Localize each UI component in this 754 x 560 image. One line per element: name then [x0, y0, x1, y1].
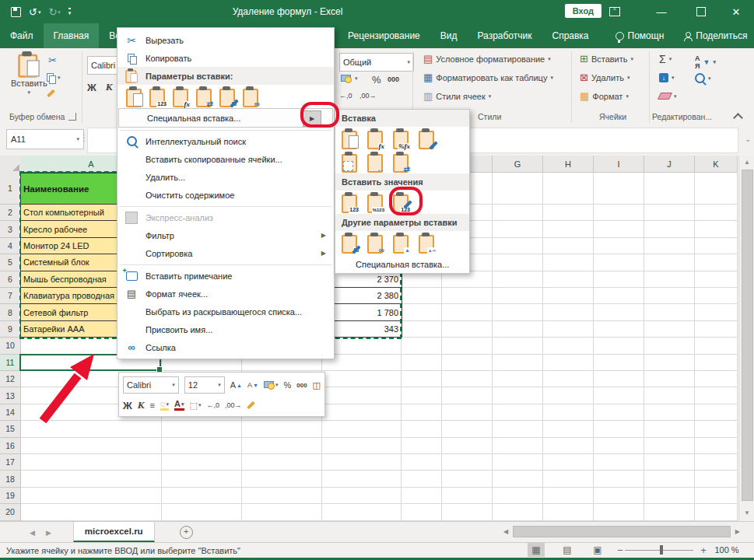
menu-item[interactable]: ▤Формат ячеек...	[117, 285, 334, 303]
menu-item[interactable]: Фильтр▶	[117, 226, 334, 244]
cut-button[interactable]: ✂	[48, 54, 57, 66]
row-header-18[interactable]: 18	[0, 471, 21, 487]
formatting-paste-icon[interactable]: %	[219, 86, 237, 107]
scroll-up-icon[interactable]: ▲	[739, 159, 754, 166]
submenu-picture-paste-icon[interactable]: ▲	[392, 233, 411, 254]
transpose-paste-icon[interactable]: ⇄	[195, 86, 214, 107]
menu-item[interactable]: Вставить примечание	[117, 267, 334, 285]
scroll-down-icon[interactable]: ▼	[739, 509, 754, 516]
align-icon[interactable]: ≡	[150, 401, 155, 410]
normal-view-icon[interactable]: ▦	[528, 543, 545, 557]
tab-home[interactable]: Главная	[44, 23, 100, 48]
share-button[interactable]: Поделиться	[674, 23, 754, 48]
row-header-11[interactable]: 11	[0, 355, 21, 371]
row-header-8[interactable]: 8	[0, 304, 21, 320]
delete-cells-button[interactable]: ⊠ Удалить▾	[580, 72, 630, 82]
formulas-paste-icon[interactable]: fx	[172, 86, 191, 107]
submenu-no-borders-paste-icon[interactable]	[341, 152, 359, 173]
select-all-corner[interactable]	[0, 156, 22, 173]
page-break-view-icon[interactable]: ▣	[589, 543, 606, 557]
row-header-9[interactable]: 9	[0, 321, 21, 338]
percent-style-button[interactable]: %	[372, 74, 381, 86]
menu-item[interactable]: Копировать	[117, 49, 334, 67]
bold-button[interactable]: Ж	[87, 82, 96, 93]
submenu-keep-formatting-paste-icon[interactable]	[418, 128, 437, 149]
row-header-1[interactable]: 1	[0, 173, 21, 205]
scroll-left-icon[interactable]: ◀	[500, 528, 511, 535]
horizontal-scrollbar[interactable]: ◀ ▶	[500, 525, 743, 538]
submenu-values-numfmt-paste-icon[interactable]: %123	[366, 192, 385, 213]
row-header-20[interactable]: 20	[0, 504, 21, 520]
menu-item[interactable]: Экспресс-анализ	[117, 208, 334, 226]
menu-item[interactable]: Интеллектуальный поиск	[117, 132, 334, 150]
row-header-12[interactable]: 12	[0, 371, 21, 387]
paste-button[interactable]: Вставить▾	[11, 51, 47, 96]
cell-styles-button[interactable]: ▥ Стили ячеек▾	[423, 91, 491, 101]
values-paste-icon[interactable]: 123	[149, 86, 167, 107]
format-painter-button[interactable]	[47, 92, 55, 95]
undo-icon[interactable]: ↺▾	[29, 7, 40, 17]
row-header-14[interactable]: 14	[0, 404, 21, 421]
decrease-decimal-button[interactable]: ,00→	[359, 92, 377, 100]
font-color-icon[interactable]: А▾	[174, 400, 184, 411]
menu-item[interactable]: Вставить скопированные ячейки...	[117, 150, 334, 168]
submenu-link-paste-icon[interactable]: ∞	[366, 233, 385, 254]
tab-разработчик[interactable]: Разработчик	[467, 23, 542, 48]
submenu-linked-picture-paste-icon[interactable]: ▲∞	[418, 233, 437, 254]
clear-button[interactable]: ▾	[659, 93, 677, 100]
tab-file[interactable]: Файл	[0, 23, 44, 48]
row-header-3[interactable]: 3	[0, 221, 21, 237]
add-sheet-icon[interactable]: +	[180, 526, 193, 539]
accounting-format-button[interactable]: ▾	[341, 74, 358, 83]
save-icon[interactable]	[11, 7, 21, 17]
vertical-scroll-thumb[interactable]	[742, 170, 753, 501]
collapse-ribbon-button[interactable]	[735, 114, 742, 123]
row-header-17[interactable]: 17	[0, 454, 21, 471]
maximize-button[interactable]	[688, 0, 714, 23]
conditional-formatting-button[interactable]: ▤ Условное форматирование▾	[423, 54, 551, 64]
submenu-paste-paste-icon[interactable]	[341, 128, 359, 149]
vertical-scrollbar[interactable]: ▲ ▼	[738, 156, 754, 521]
name-box[interactable]: A11▾	[6, 129, 84, 149]
mini-increase-decimal-icon[interactable]: ←,0	[206, 401, 219, 409]
page-layout-view-icon[interactable]: ▤	[559, 543, 576, 557]
percent-icon[interactable]: %	[283, 380, 291, 390]
comma-style-button[interactable]: 000	[388, 75, 399, 83]
tab-help-assistant[interactable]: Помощн	[605, 23, 675, 48]
menu-item[interactable]: Удалить...	[117, 168, 334, 186]
mini-format-painter-icon[interactable]	[247, 404, 255, 407]
sign-in-button[interactable]: Вход	[565, 4, 601, 18]
decrease-font-icon[interactable]: А▼	[247, 381, 258, 389]
submenu-formulas-paste-icon[interactable]: fx	[366, 128, 385, 149]
row-header-5[interactable]: 5	[0, 254, 21, 271]
menu-item[interactable]: Присвоить имя...	[117, 320, 334, 338]
zoom-slider-thumb[interactable]	[660, 545, 663, 555]
row-header-19[interactable]: 19	[0, 488, 21, 504]
row-header-13[interactable]: 13	[0, 387, 21, 404]
scroll-right-icon[interactable]: ▶	[732, 528, 743, 535]
tab-вид[interactable]: Вид	[430, 23, 468, 48]
autosum-button[interactable]: Σ▾	[659, 53, 672, 65]
tab-рецензирование[interactable]: Рецензирование	[338, 23, 430, 48]
paste-special-item[interactable]: Специальная вставка...	[335, 254, 469, 275]
comma-style-icon[interactable]: 000	[296, 382, 307, 389]
submenu-transpose-paste-icon[interactable]: ⇄	[392, 152, 411, 173]
increase-font-icon[interactable]: А▲	[230, 380, 242, 390]
sheet-tab-active[interactable]: microexcel.ru	[73, 522, 155, 543]
close-button[interactable]: ✕	[723, 0, 749, 23]
row-header-2[interactable]: 2	[0, 205, 21, 221]
format-button[interactable]: ▦ Формат▾	[580, 91, 629, 101]
next-sheet-icon[interactable]: ▶	[46, 529, 51, 537]
mini-decrease-decimal-icon[interactable]: ,00→	[225, 401, 242, 409]
submenu-keep-widths-paste-icon[interactable]: ↔	[366, 152, 385, 173]
menu-item[interactable]: ✂Вырезать	[117, 31, 334, 49]
column-header-G[interactable]: G	[493, 156, 543, 173]
prev-sheet-icon[interactable]: ◀	[30, 529, 35, 537]
menu-item[interactable]: Выбрать из раскрывающегося списка...	[117, 303, 334, 320]
link-paste-icon[interactable]: ∞	[242, 86, 261, 107]
expand-formula-bar-icon[interactable]: ⌄	[745, 135, 751, 143]
column-header-I[interactable]: I	[594, 156, 644, 173]
row-header-4[interactable]: 4	[0, 238, 21, 254]
italic-button[interactable]: К	[106, 81, 113, 93]
number-format-combo[interactable]: Общий▾	[339, 53, 414, 72]
